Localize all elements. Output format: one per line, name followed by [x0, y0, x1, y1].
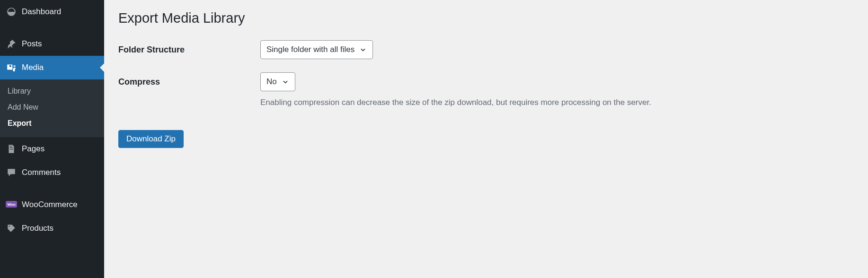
- sidebar-item-posts[interactable]: Posts: [0, 32, 104, 56]
- sidebar-item-label: Products: [22, 224, 53, 233]
- chevron-down-icon: [359, 46, 367, 53]
- pin-icon: [6, 38, 17, 50]
- sidebar-item-media[interactable]: Media: [0, 56, 104, 79]
- svg-text:Woo: Woo: [7, 202, 15, 207]
- folder-structure-value: Single folder with all files: [266, 45, 354, 54]
- pages-icon: [6, 143, 17, 155]
- admin-sidebar: Dashboard Posts Media Library Add New Ex…: [0, 0, 104, 278]
- folder-structure-select[interactable]: Single folder with all files: [260, 40, 373, 59]
- compress-value: No: [266, 77, 277, 87]
- sidebar-item-label: Dashboard: [22, 7, 61, 17]
- comments-icon: [6, 167, 17, 178]
- sidebar-item-label: WooCommerce: [22, 200, 78, 209]
- sidebar-item-label: Pages: [22, 144, 44, 154]
- sidebar-item-label: Comments: [22, 168, 61, 177]
- download-zip-button[interactable]: Download Zip: [118, 130, 184, 148]
- submenu-item-add-new[interactable]: Add New: [0, 99, 104, 115]
- compress-description: Enabling compression can decrease the si…: [260, 98, 854, 107]
- sidebar-item-comments[interactable]: Comments: [0, 161, 104, 184]
- submenu-item-export[interactable]: Export: [0, 115, 104, 131]
- sidebar-item-label: Media: [22, 63, 44, 72]
- sidebar-item-label: Posts: [22, 39, 42, 49]
- main-content: Export Media Library Folder Structure Si…: [104, 0, 868, 278]
- page-title: Export Media Library: [118, 10, 854, 26]
- sidebar-item-products[interactable]: Products: [0, 217, 104, 240]
- row-compress: Compress No Enabling compression can dec…: [118, 72, 854, 107]
- sidebar-item-dashboard[interactable]: Dashboard: [0, 0, 104, 24]
- media-submenu: Library Add New Export: [0, 79, 104, 137]
- sidebar-item-woocommerce[interactable]: Woo WooCommerce: [0, 193, 104, 217]
- dashboard-icon: [6, 6, 17, 17]
- compress-select[interactable]: No: [260, 72, 295, 91]
- woocommerce-icon: Woo: [6, 199, 17, 210]
- sidebar-item-pages[interactable]: Pages: [0, 137, 104, 161]
- submenu-item-library[interactable]: Library: [0, 83, 104, 99]
- chevron-down-icon: [282, 78, 289, 86]
- media-icon: [6, 62, 17, 73]
- products-icon: [6, 223, 17, 234]
- row-folder-structure: Folder Structure Single folder with all …: [118, 40, 854, 59]
- compress-label: Compress: [118, 72, 260, 87]
- folder-structure-label: Folder Structure: [118, 40, 260, 55]
